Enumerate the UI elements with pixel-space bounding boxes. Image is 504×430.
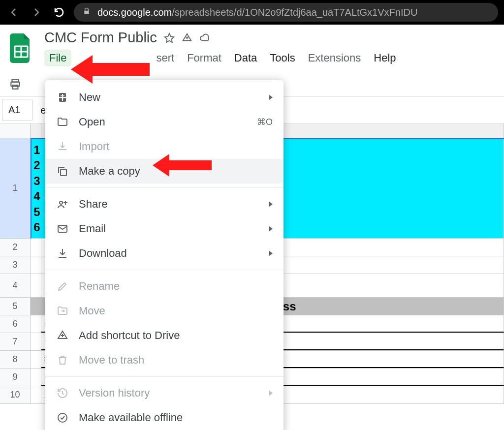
url-host: docs.google.com [97, 7, 172, 18]
menu-share[interactable]: Share [45, 192, 284, 216]
menu-version-history: Version history [45, 381, 284, 405]
row-header-6[interactable]: 6 [0, 315, 31, 333]
download-icon [56, 247, 69, 260]
cell-a1[interactable]: 1 2 3 4 5 6 [32, 139, 42, 238]
menu-new[interactable]: New [45, 85, 284, 110]
menu-tools[interactable]: Tools [265, 50, 300, 66]
menu-open[interactable]: Open ⌘O [45, 110, 284, 134]
doc-title[interactable]: CMC Form Public [44, 30, 157, 46]
email-icon [56, 222, 69, 235]
menu-add-shortcut[interactable]: Add shortcut to Drive [45, 323, 284, 348]
url-bar[interactable]: docs.google.com/spreadsheets/d/1ON2o9fZt… [74, 3, 498, 22]
back-button[interactable] [6, 4, 22, 20]
menu-extensions[interactable]: Extensions [303, 50, 366, 66]
svg-marker-21 [71, 55, 150, 84]
svg-point-14 [60, 201, 63, 204]
new-doc-icon [56, 91, 69, 104]
reload-button[interactable] [51, 4, 67, 20]
row-header-10[interactable]: 10 [0, 386, 31, 404]
annotation-arrow-make-copy [153, 153, 212, 178]
menu-data[interactable]: Data [229, 50, 262, 66]
share-icon [56, 198, 69, 211]
history-icon [56, 387, 69, 399]
url-path: /spreadsheets/d/1ON2o9fZtdj6aa_uaT7ALtGx… [172, 7, 417, 18]
lock-icon [83, 7, 91, 18]
row-header-3[interactable]: 3 [0, 256, 31, 274]
cloud-status-icon[interactable] [199, 32, 210, 43]
row-header-2[interactable]: 2 [0, 239, 31, 256]
svg-rect-12 [59, 97, 66, 98]
submenu-arrow-icon [269, 251, 273, 256]
annotation-arrow-file [71, 53, 150, 86]
submenu-arrow-icon [269, 95, 273, 100]
print-icon[interactable] [9, 78, 22, 92]
svg-marker-22 [153, 154, 212, 177]
drive-shortcut-icon [56, 329, 69, 342]
browser-chrome: docs.google.com/spreadsheets/d/1ON2o9fZt… [0, 0, 504, 25]
menu-move: Move [45, 299, 284, 323]
menu-help[interactable]: Help [369, 50, 401, 66]
import-icon [56, 140, 69, 153]
row-header-8[interactable]: 8 [0, 351, 31, 369]
forward-button[interactable] [29, 4, 44, 20]
pencil-icon [56, 280, 69, 293]
submenu-arrow-icon [269, 391, 273, 396]
copy-icon [56, 165, 69, 178]
offline-icon [56, 411, 69, 424]
shortcut-label: ⌘O [257, 117, 273, 127]
row-header-1[interactable]: 1 [0, 138, 31, 239]
file-menu-dropdown: New Open ⌘O Import Make a copy Share Ema… [45, 80, 284, 430]
select-all-corner[interactable] [0, 123, 31, 138]
row-headers: 1 2 3 4 5 6 7 8 9 10 [0, 138, 31, 404]
menu-email[interactable]: Email [45, 216, 284, 241]
svg-rect-13 [61, 169, 66, 176]
menu-download[interactable]: Download [45, 241, 284, 266]
row-header-7[interactable]: 7 [0, 333, 31, 351]
submenu-arrow-icon [269, 202, 273, 207]
name-box[interactable]: A1 [2, 99, 32, 121]
folder-icon [56, 116, 69, 128]
star-icon[interactable] [164, 32, 175, 43]
menu-rename: Rename [45, 274, 284, 299]
sheets-logo-icon[interactable] [7, 30, 35, 66]
menu-file[interactable]: File [44, 50, 71, 66]
row-header-5[interactable]: 5 [0, 298, 31, 315]
menu-offline[interactable]: Make available offline [45, 405, 284, 430]
menu-insert-partial[interactable]: sert [151, 50, 179, 66]
menu-trash: Move to trash [45, 348, 284, 372]
row-header-4[interactable]: 4 [0, 274, 31, 298]
col-header-a[interactable] [31, 123, 41, 138]
row-header-9[interactable]: 9 [0, 369, 31, 386]
trash-icon [56, 354, 69, 367]
menu-format[interactable]: Format [182, 50, 226, 66]
move-folder-icon [56, 305, 69, 317]
submenu-arrow-icon [269, 226, 273, 231]
svg-point-20 [58, 413, 67, 422]
move-to-drive-icon[interactable] [182, 32, 192, 43]
